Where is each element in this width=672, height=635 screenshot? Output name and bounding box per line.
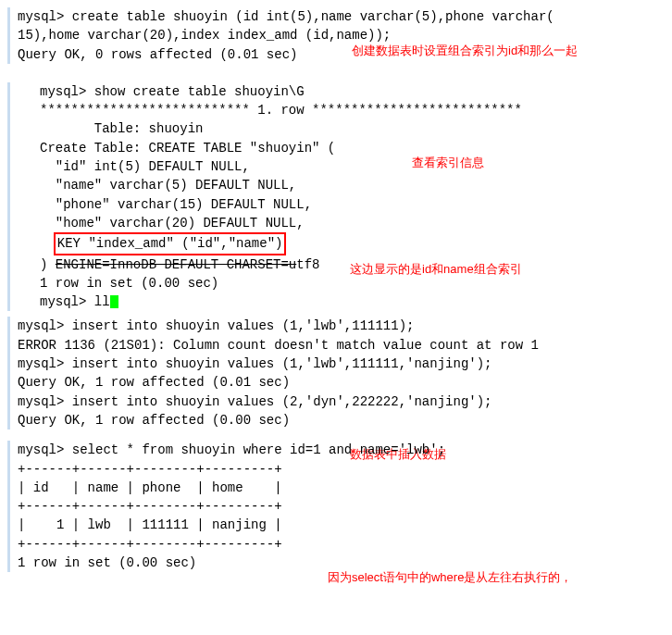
code-line: Query OK, 1 row affected (0.00 sec) [18, 411, 665, 430]
code-text: mysql> ll [40, 294, 110, 309]
code-line: +------+------+--------+---------+ [18, 497, 665, 516]
code-block-show-create: mysql> show create table shuoyin\G *****… [7, 82, 665, 312]
index-key-highlight: KEY "index_amd" ("id","name") [54, 232, 287, 255]
annotation-view-index: 查看索引信息 [412, 155, 484, 172]
code-line: | id | name | phone | home | [18, 479, 665, 497]
code-line: Table: shuoyin [40, 119, 665, 138]
code-line: | 1 | lwb | 111111 | nanjing | [18, 516, 665, 534]
annotation-where-explanation: 因为select语句中的where是从左往右执行的， 所以select查询时wh… [328, 568, 642, 585]
code-line: "name" varchar(5) DEFAULT NULL, [40, 176, 665, 194]
code-block-insert: mysql> insert into shuoyin values (1,'lw… [7, 317, 665, 430]
code-line: Create Table: CREATE TABLE "shuoyin" ( [40, 139, 665, 157]
code-line: mysql> show create table shuoyin\G [40, 82, 665, 101]
code-line: mysql> select * from shuoyin where id=1 … [18, 441, 665, 459]
code-line-key-highlight: KEY "index_amd" ("id","name") [40, 232, 665, 255]
code-line: +------+------+--------+---------+ [18, 535, 665, 554]
code-line: mysql> insert into shuoyin values (2,'dy… [18, 392, 665, 411]
code-line: ERROR 1136 (21S01): Column count doesn't… [18, 336, 665, 355]
code-text: tf8 [296, 257, 319, 272]
code-block-select: mysql> select * from shuoyin where id=1 … [7, 441, 665, 572]
annotation-create-table: 创建数据表时设置组合索引为id和那么一起 [352, 43, 578, 60]
code-line: mysql> insert into shuoyin values (1,'lw… [18, 317, 665, 335]
annotation-line: 因为select语句中的where是从左往右执行的， [328, 568, 642, 585]
code-line: mysql> ll [40, 293, 665, 311]
code-line: "home" varchar(20) DEFAULT NULL, [40, 214, 665, 232]
code-line: +------+------+--------+---------+ [18, 460, 665, 479]
cursor-icon [110, 295, 118, 308]
code-line: "id" int(5) DEFAULT NULL, [40, 157, 665, 176]
annotation-key-display: 这边显示的是id和name组合索引 [350, 261, 522, 279]
code-text: ) [40, 257, 56, 272]
code-text-strike: ENGINE=InnoDB DEFAULT CHARSET=u [56, 257, 296, 272]
code-line: Query OK, 1 row affected (0.01 sec) [18, 373, 665, 392]
code-line: mysql> create table shuoyin (id int(5),n… [18, 7, 665, 26]
code-line: *************************** 1. row *****… [40, 101, 665, 119]
code-line: mysql> insert into shuoyin values (1,'lw… [18, 355, 665, 373]
code-line: "phone" varchar(15) DEFAULT NULL, [40, 195, 665, 214]
